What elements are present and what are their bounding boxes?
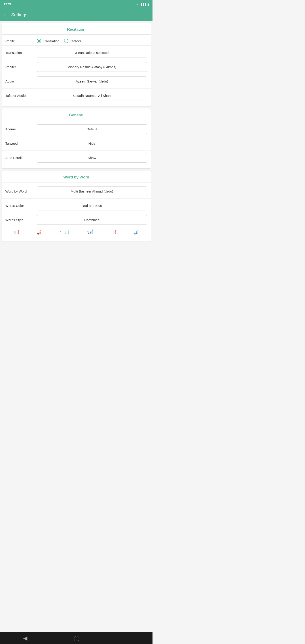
settings-content: Recitation Recite Translation Tafseer — [0, 21, 152, 246]
translation-radio-outer — [37, 39, 41, 43]
tafseer-audio-button[interactable]: Ustadh Nouman Ali Khan — [37, 91, 147, 100]
audio-row: Audio Azeem Sarwar (Urdu) — [2, 74, 151, 88]
words-style-button[interactable]: Combined — [37, 215, 147, 225]
tajweed-label: Tajweed — [5, 142, 37, 145]
auto-scroll-row: Auto Scroll Show — [2, 151, 151, 165]
tajweed-button[interactable]: Hide — [37, 139, 147, 148]
arabic-sample-1: ﻗُﻞۡ — [14, 230, 20, 235]
status-time: 12:22 — [4, 2, 12, 6]
back-button[interactable]: ← — [3, 12, 8, 18]
word-by-word-section: Word by Word Word by Word Mufti Basheer … — [2, 170, 151, 242]
arabic-sample-2: ﻫُﻮَ — [37, 230, 42, 235]
arabic-sample-6: ﻫُﻮَ — [134, 230, 138, 235]
auto-scroll-label: Auto Scroll — [5, 156, 37, 160]
recitation-section: Recitation Recite Translation Tafseer — [2, 23, 151, 106]
tafseer-radio-option[interactable]: Tafseer — [64, 39, 81, 43]
words-style-row: Words Style Combined — [2, 213, 151, 227]
words-color-row: Words Color Red and Blue — [2, 198, 151, 213]
translation-radio-inner — [38, 40, 40, 42]
reciter-row: Reciter Mishary Rashid Alafasy (64kbps) — [2, 60, 151, 74]
theme-label: Theme — [5, 127, 37, 131]
reciter-label: Reciter — [5, 65, 37, 69]
tafseer-radio-outer — [64, 39, 68, 43]
wbw-label: Word by Word — [5, 190, 37, 193]
recite-row: Recite Translation Tafseer — [2, 36, 151, 46]
theme-button[interactable]: Default — [37, 124, 147, 134]
recite-radio-group: Translation Tafseer — [37, 39, 147, 43]
theme-row: Theme Default — [2, 122, 151, 136]
arabic-sample-5: ﻗُﻞۡ — [111, 230, 116, 235]
tafseer-audio-label: Tafseer Audio — [5, 94, 37, 98]
audio-button[interactable]: Azeem Sarwar (Urdu) — [37, 76, 147, 86]
words-style-label: Words Style — [5, 218, 37, 222]
arabic-sample-4: أَحَدٌ — [87, 230, 94, 235]
audio-label: Audio — [5, 80, 37, 83]
recite-label: Recite — [5, 39, 37, 43]
translation-button[interactable]: 3 translations selected — [37, 48, 147, 58]
translation-row: Translation 3 translations selected — [2, 46, 151, 60]
wifi-icon: ▲ — [136, 3, 138, 6]
page-title: Settings — [11, 12, 27, 18]
recitation-title: Recitation — [2, 26, 151, 35]
reciter-button[interactable]: Mishary Rashid Alafasy (64kbps) — [37, 62, 147, 72]
translation-label: Translation — [5, 51, 37, 54]
arabic-sample-3: ٱللَّهُ — [59, 230, 70, 235]
translation-radio-label: Translation — [43, 39, 60, 43]
tajweed-row: Tajweed Hide — [2, 136, 151, 151]
general-title: General — [2, 112, 151, 120]
wbw-button[interactable]: Mufti Basheer Ahmad (Urdu) — [37, 186, 147, 196]
status-bar: 12:22 ▲ ▐▐▐ ▮ — [0, 0, 152, 8]
toolbar: ← Settings — [0, 8, 152, 21]
arabic-preview: ﻗُﻞۡ ﻫُﻮَ ٱللَّهُ أَحَدٌ ﻗُﻞۡ ﻫُﻮَ — [2, 227, 151, 238]
translation-radio-option[interactable]: Translation — [37, 39, 60, 43]
general-section: General Theme Default Tajweed Hide Auto … — [2, 108, 151, 168]
tafseer-audio-row: Tafseer Audio Ustadh Nouman Ali Khan — [2, 88, 151, 103]
word-by-word-title: Word by Word — [2, 174, 151, 182]
status-icons: ▲ ▐▐▐ ▮ — [136, 3, 149, 6]
wbw-row: Word by Word Mufti Basheer Ahmad (Urdu) — [2, 184, 151, 198]
tafseer-radio-label: Tafseer — [70, 39, 81, 43]
battery-icon: ▮ — [147, 3, 149, 6]
auto-scroll-button[interactable]: Show — [37, 153, 147, 162]
signal-icon: ▐▐▐ — [140, 3, 146, 6]
words-color-button[interactable]: Red and Blue — [37, 201, 147, 210]
words-color-label: Words Color — [5, 204, 37, 208]
